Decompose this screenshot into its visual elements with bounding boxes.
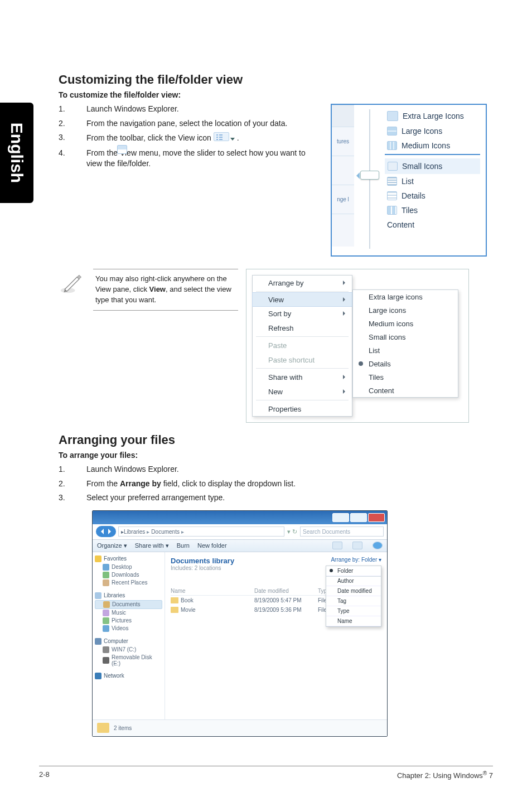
col-date-modified[interactable]: Date modified	[254, 588, 318, 594]
col-name[interactable]: Name	[171, 588, 254, 594]
computer-icon	[95, 638, 101, 645]
content-icon	[117, 145, 127, 154]
view-option-tiles[interactable]: Tiles	[385, 203, 480, 218]
view-option-large-icons[interactable]: Large Icons	[385, 124, 480, 138]
sub-content[interactable]: Content	[353, 384, 458, 397]
view-option-medium-icons[interactable]: Medium Icons	[385, 138, 480, 153]
sub-large-icons[interactable]: Large icons	[353, 303, 458, 317]
documents-icon	[103, 601, 110, 608]
view-mode-button[interactable]	[332, 542, 342, 549]
removable-disk-icon	[103, 657, 109, 664]
arrange-opt-name[interactable]: Name	[326, 616, 381, 626]
step1-body: Launch Windows Explorer.	[86, 104, 321, 115]
ctx-new[interactable]: New	[253, 384, 352, 399]
nav-removable-e[interactable]: Removable Disk (E:)	[112, 654, 162, 666]
search-input[interactable]: Search Documents	[300, 526, 384, 537]
organize-menu[interactable]: Organize ▾	[97, 542, 127, 549]
section1-subhead: To customize the file/folder view:	[59, 90, 494, 99]
breadcrumb-libraries[interactable]: Libraries	[124, 529, 145, 535]
nav-documents[interactable]: Documents	[112, 601, 141, 607]
sidebar-tab-label: English	[7, 123, 26, 183]
sidebar-tab: English	[0, 103, 33, 203]
help-button[interactable]	[373, 542, 383, 549]
partial-tab-mid	[332, 156, 354, 185]
view-slider-track[interactable]	[366, 109, 374, 249]
extra-large-icons-icon	[387, 111, 398, 121]
arrange-opt-date-modified[interactable]: Date modified	[326, 586, 381, 596]
nav-desktop[interactable]: Desktop	[112, 564, 132, 570]
view-option-list[interactable]: List	[385, 174, 480, 189]
nav-pictures[interactable]: Pictures	[112, 617, 132, 624]
ctx-share-with[interactable]: Share with	[253, 370, 352, 384]
section2-subhead: To arrange your files:	[59, 451, 494, 460]
ctx-refresh[interactable]: Refresh	[253, 321, 352, 335]
nav-network[interactable]: Network	[104, 673, 124, 679]
view-slider-panel: tures nge l Extra Large Icons	[331, 104, 487, 257]
arrange-opt-tag[interactable]: Tag	[326, 596, 381, 606]
share-with-menu[interactable]: Share with ▾	[135, 542, 169, 549]
nav-computer[interactable]: Computer	[104, 638, 128, 644]
large-icons-icon	[387, 127, 397, 136]
sub-medium-icons[interactable]: Medium icons	[353, 317, 458, 330]
note-bold: View	[149, 285, 166, 293]
burn-button[interactable]: Burn	[177, 542, 190, 549]
toolbar: Organize ▾ Share with ▾ Burn New folder	[93, 540, 387, 552]
titlebar	[93, 511, 387, 524]
partial-tab-ngel: nge l	[332, 185, 354, 214]
desktop-icon	[103, 564, 109, 571]
sub-list[interactable]: List	[353, 344, 458, 357]
explorer-screenshot: ▸ Libraries ▸ Documents ▸ ▾ ↻ Search Doc…	[92, 510, 388, 737]
details-icon	[387, 191, 397, 200]
sub-tiles[interactable]: Tiles	[353, 370, 458, 384]
back-arrow-icon	[98, 529, 104, 534]
nav-videos[interactable]: Videos	[112, 625, 128, 631]
maximize-button[interactable]	[350, 513, 367, 522]
status-bar: 2 items	[93, 719, 387, 736]
nav-downloads[interactable]: Downloads	[112, 572, 139, 578]
ctx-paste-shortcut: Paste shortcut	[253, 352, 352, 367]
medium-icons-icon	[387, 141, 397, 150]
arrange-opt-folder[interactable]: Folder	[326, 566, 381, 576]
ctx-arrange-by[interactable]: Arrange by	[253, 276, 352, 290]
s2-step3-body: Select your preferred arrangement type.	[86, 492, 494, 504]
libraries-icon	[95, 592, 101, 599]
view-option-content[interactable]: Content	[385, 218, 480, 232]
footer-page-number: 2-8	[39, 770, 50, 780]
sub-extra-large-icons[interactable]: Extra large icons	[353, 290, 458, 303]
step4-num: 4.	[59, 148, 70, 170]
music-icon	[103, 610, 109, 616]
arrange-opt-author[interactable]: Author	[326, 576, 381, 586]
step3-body: From the toolbar, click the View icon .	[86, 132, 321, 144]
ctx-view[interactable]: View	[252, 292, 352, 307]
ctx-sort-by[interactable]: Sort by	[253, 306, 352, 321]
minimize-button[interactable]	[332, 513, 349, 522]
view-option-details[interactable]: Details	[385, 189, 480, 203]
view-slider-thumb[interactable]	[360, 171, 379, 180]
new-folder-button[interactable]: New folder	[197, 542, 227, 549]
s2-step1-body: Launch Windows Explorer.	[86, 464, 494, 475]
nav-libraries[interactable]: Libraries	[104, 592, 125, 598]
recent-places-icon	[103, 579, 109, 586]
nav-favorites[interactable]: Favorites	[104, 555, 127, 562]
nav-music[interactable]: Music	[112, 610, 126, 616]
back-forward-buttons[interactable]	[96, 526, 116, 537]
note-pencil-icon	[59, 269, 85, 296]
close-button[interactable]	[368, 513, 385, 522]
step2-body: From the navigation pane, select the loc…	[86, 118, 321, 129]
arrange-opt-type[interactable]: Type	[326, 606, 381, 616]
preview-pane-button[interactable]	[352, 542, 362, 549]
arrange-by-value[interactable]: Folder ▾	[361, 557, 381, 563]
nav-win7-c[interactable]: WIN7 (C:)	[112, 646, 136, 653]
breadcrumb-bar[interactable]: ▸ Libraries ▸ Documents ▸	[118, 526, 284, 537]
breadcrumb-documents[interactable]: Documents	[151, 529, 180, 535]
sub-small-icons[interactable]: Small icons	[353, 330, 458, 344]
sub-details[interactable]: Details	[353, 357, 458, 370]
step3-body-pre: From the toolbar, click the View icon	[86, 133, 214, 142]
folder-icon	[171, 607, 178, 613]
view-option-small-icons[interactable]: Small Icons	[385, 158, 480, 174]
ctx-paste: Paste	[253, 338, 352, 352]
view-option-extra-large-icons[interactable]: Extra Large Icons	[385, 108, 480, 124]
nav-recent-places[interactable]: Recent Places	[112, 579, 147, 586]
ctx-properties[interactable]: Properties	[253, 402, 352, 416]
list-icon	[387, 177, 397, 186]
